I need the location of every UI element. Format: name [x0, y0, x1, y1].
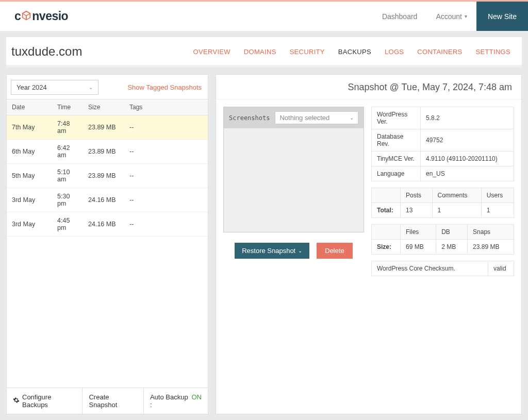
chevron-down-icon: ⌄	[350, 115, 354, 121]
left-top: Year 2024 ⌄ Show Tagged Snapshots	[7, 75, 208, 99]
logo[interactable]: c nvesio	[14, 9, 68, 23]
cell-time: 4:45 pm	[52, 212, 83, 237]
cell-date: 3rd May	[7, 188, 52, 212]
auto-backup-status: Auto Backup : ON	[144, 388, 208, 414]
cell-time: 7:48 am	[52, 115, 83, 140]
checksum-table: WordPress Core Checksum. valid	[371, 261, 514, 276]
tab-containers[interactable]: CONTAINERS	[417, 48, 462, 56]
table-row[interactable]: 7th May 7:48 am 23.89 MB --	[7, 115, 208, 140]
screenshots-header: Screenshots Nothing selected ⌄	[224, 107, 364, 128]
cell-tags: --	[124, 164, 208, 188]
db-rev-label: Database Rev.	[372, 129, 421, 152]
cube-icon	[21, 10, 32, 23]
total-label: Total:	[372, 203, 401, 218]
comments-header: Comments	[432, 188, 481, 203]
tab-logs[interactable]: LOGS	[385, 48, 404, 56]
screenshots-select[interactable]: Nothing selected ⌄	[275, 111, 358, 124]
tabs: OVERVIEW DOMAINS SECURITY BACKUPS LOGS C…	[193, 48, 510, 56]
empty-header	[372, 188, 401, 203]
auto-backup-label: Auto Backup :	[150, 393, 190, 409]
cell-tags: --	[124, 212, 208, 237]
sizes-table: Files DB Snaps Size: 69 MB 2 MB 23.89 MB	[371, 224, 514, 255]
year-select[interactable]: Year 2024 ⌄	[11, 80, 98, 95]
tiny-value: 4.9110 (49110-20201110)	[421, 152, 514, 166]
posts-header: Posts	[401, 188, 433, 203]
tab-domains[interactable]: DOMAINS	[244, 48, 276, 56]
screenshots-label: Screenshots	[229, 114, 270, 122]
chevron-double-down-icon: ⌄	[298, 248, 302, 254]
account-label: Account	[436, 12, 462, 21]
tab-settings[interactable]: SETTINGS	[476, 48, 510, 56]
snapshot-title: Snapshot @ Tue, May 7, 2024, 7:48 am	[216, 75, 521, 99]
wp-ver-label: WordPress Ver.	[372, 107, 421, 129]
size-label: Size:	[372, 240, 401, 255]
files-value: 69 MB	[401, 240, 436, 255]
lang-value: en_US	[421, 166, 514, 181]
tab-security[interactable]: SECURITY	[290, 48, 325, 56]
logo-text-prefix: c	[14, 9, 21, 23]
cell-tags: --	[124, 115, 208, 140]
cell-tags: --	[124, 140, 208, 164]
table-row[interactable]: 5th May 5:10 am 23.89 MB --	[7, 164, 208, 188]
wp-ver-value: 5.8.2	[421, 107, 514, 129]
users-header: Users	[481, 188, 514, 203]
header-date: Date	[7, 99, 52, 115]
cell-size: 24.16 MB	[83, 188, 124, 212]
tab-overview[interactable]: OVERVIEW	[193, 48, 230, 56]
nav-dashboard[interactable]: Dashboard	[373, 12, 427, 21]
cell-size: 23.89 MB	[83, 140, 124, 164]
cell-size: 24.16 MB	[83, 212, 124, 237]
chevron-down-icon: ⌄	[89, 85, 93, 90]
new-site-button[interactable]: New Site	[476, 2, 528, 31]
chevron-down-icon: ▾	[465, 13, 467, 19]
screenshots-box: Screenshots Nothing selected ⌄	[223, 107, 364, 232]
right-body: Screenshots Nothing selected ⌄ Restore S…	[216, 99, 521, 283]
gear-icon	[13, 397, 20, 405]
left-footer: Configure Backups Create Snapshot Auto B…	[7, 388, 208, 414]
snaps-header: Snaps	[468, 225, 514, 240]
tab-backups[interactable]: BACKUPS	[338, 48, 371, 56]
configure-label: Configure Backups	[22, 393, 76, 409]
cell-size: 23.89 MB	[83, 164, 124, 188]
table-row[interactable]: 3rd May 5:30 pm 24.16 MB --	[7, 188, 208, 212]
header-tags: Tags	[124, 99, 208, 115]
main: Year 2024 ⌄ Show Tagged Snapshots Date T…	[0, 67, 528, 420]
show-tagged-link[interactable]: Show Tagged Snapshots	[127, 83, 202, 91]
meta-table: WordPress Ver.5.8.2 Database Rev.49752 T…	[371, 107, 514, 181]
topbar: c nvesio Dashboard Account ▾ New Site	[0, 0, 528, 31]
tiny-label: TinyMCE Ver.	[372, 152, 421, 166]
logo-text-suffix: nvesio	[32, 9, 68, 23]
comments-value: 1	[432, 203, 481, 218]
checksum-label: WordPress Core Checksum.	[372, 261, 488, 276]
cell-tags: --	[124, 188, 208, 212]
snapshot-list-panel: Year 2024 ⌄ Show Tagged Snapshots Date T…	[6, 74, 208, 414]
empty-header	[372, 225, 401, 240]
cell-date: 5th May	[7, 164, 52, 188]
cell-time: 5:30 pm	[52, 188, 83, 212]
db-value: 2 MB	[436, 240, 468, 255]
snapshot-detail-panel: Snapshot @ Tue, May 7, 2024, 7:48 am Scr…	[216, 74, 522, 414]
cell-date: 7th May	[7, 115, 52, 140]
files-header: Files	[401, 225, 436, 240]
configure-backups-button[interactable]: Configure Backups	[7, 388, 82, 414]
posts-value: 13	[401, 203, 433, 218]
cell-date: 3rd May	[7, 212, 52, 237]
lang-label: Language	[372, 166, 421, 181]
nav-account[interactable]: Account ▾	[426, 12, 476, 21]
restore-label: Restore Snapshot	[242, 247, 295, 255]
delete-button[interactable]: Delete	[317, 243, 353, 259]
cell-time: 6:42 am	[52, 140, 83, 164]
table-row[interactable]: 6th May 6:42 am 23.89 MB --	[7, 140, 208, 164]
cell-size: 23.89 MB	[83, 115, 124, 140]
create-snapshot-button[interactable]: Create Snapshot	[82, 388, 143, 414]
table-row[interactable]: 3rd May 4:45 pm 24.16 MB --	[7, 212, 208, 237]
header-time: Time	[52, 99, 83, 115]
snapshot-table: Date Time Size Tags 7th May 7:48 am 23.8…	[7, 99, 208, 237]
year-select-value: Year 2024	[16, 83, 47, 91]
users-value: 1	[481, 203, 514, 218]
site-title: tuxdude.com	[11, 44, 82, 59]
checksum-value: valid	[488, 261, 514, 276]
restore-snapshot-button[interactable]: Restore Snapshot ⌄	[235, 243, 309, 259]
cell-time: 5:10 am	[52, 164, 83, 188]
subheader: tuxdude.com OVERVIEW DOMAINS SECURITY BA…	[6, 37, 522, 67]
